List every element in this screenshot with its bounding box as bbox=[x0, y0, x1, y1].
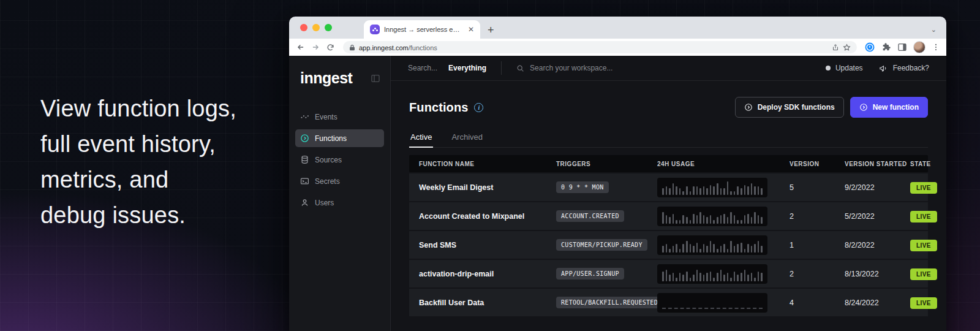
table-header-row: FUNCTION NAMETRIGGERS24H USAGEVERSIONVER… bbox=[409, 155, 928, 172]
functions-tabs: ActiveArchived bbox=[409, 132, 928, 148]
column-header: VERSION bbox=[790, 161, 845, 167]
sidebar-nav: EventsFunctionsSourcesSecretsUsers bbox=[289, 105, 390, 214]
usage-sparkline bbox=[657, 178, 767, 197]
sidebar-item-label: Functions bbox=[315, 134, 347, 143]
version-started-date: 8/2/2022 bbox=[845, 241, 910, 249]
version-value: 1 bbox=[790, 241, 845, 249]
main-area: Search... Everything Search your workspa… bbox=[391, 56, 946, 331]
state-badge: LIVE bbox=[910, 182, 937, 194]
deploy-sdk-functions-button[interactable]: Deploy SDK functions bbox=[735, 97, 844, 118]
tab-archived[interactable]: Archived bbox=[450, 132, 484, 147]
version-value: 2 bbox=[790, 270, 845, 278]
reload-icon[interactable] bbox=[325, 42, 336, 53]
version-value: 4 bbox=[790, 299, 845, 307]
state-badge: LIVE bbox=[910, 268, 937, 280]
deploy-button-label: Deploy SDK functions bbox=[758, 103, 835, 112]
sidebar-item-secrets[interactable]: Secrets bbox=[295, 172, 384, 190]
trigger-badge: ACCOUNT.CREATED bbox=[556, 210, 624, 222]
sidebar-item-label: Sources bbox=[315, 156, 342, 164]
extensions-puzzle-icon[interactable] bbox=[881, 42, 891, 52]
tab-close-icon[interactable]: ✕ bbox=[467, 25, 475, 34]
sources-icon bbox=[300, 155, 309, 164]
new-function-button-label: New function bbox=[873, 103, 919, 112]
secrets-icon bbox=[300, 177, 309, 186]
table-row[interactable]: Weekly Email Digest 0 9 * * MON 5 9/2/20… bbox=[409, 173, 928, 201]
browser-window: Inngest → serverless event-dri ✕ + ⌄ app… bbox=[289, 17, 946, 331]
column-header: 24H USAGE bbox=[657, 161, 790, 167]
search-scope-everything[interactable]: Everything bbox=[448, 64, 486, 72]
sidebar-item-label: Events bbox=[315, 113, 337, 121]
functions-page: Functions i Deploy SDK functions New fun… bbox=[391, 81, 946, 316]
tab-strip-chevron-icon[interactable]: ⌄ bbox=[931, 26, 937, 34]
profile-avatar[interactable] bbox=[913, 41, 925, 53]
version-started-date: 8/24/2022 bbox=[845, 299, 910, 307]
state-badge: LIVE bbox=[910, 297, 937, 309]
feedback-label: Feedback? bbox=[893, 64, 929, 72]
function-name: activation-drip-email bbox=[419, 270, 556, 278]
updates-dot-icon bbox=[826, 66, 831, 70]
updates-label: Updates bbox=[835, 64, 863, 72]
side-panel-icon[interactable] bbox=[897, 42, 907, 52]
version-started-date: 8/13/2022 bbox=[845, 270, 910, 278]
toolbar-extensions bbox=[864, 41, 940, 53]
lock-icon bbox=[349, 44, 355, 51]
new-tab-button[interactable]: + bbox=[488, 25, 494, 36]
table-row[interactable]: activation-drip-email APP/USER.SIGNUP 2 … bbox=[409, 260, 928, 287]
kebab-menu-icon[interactable] bbox=[932, 43, 940, 51]
sidebar-collapse-icon[interactable] bbox=[371, 74, 380, 83]
circle-play-icon bbox=[859, 103, 868, 112]
page-title: Functions bbox=[409, 101, 468, 115]
browser-tab[interactable]: Inngest → serverless event-dri ✕ bbox=[364, 20, 480, 39]
table-row[interactable]: Backfill User Data RETOOL/BACKFILL.REQUE… bbox=[409, 289, 928, 316]
password-manager-icon[interactable] bbox=[864, 42, 875, 53]
maximize-window-button[interactable] bbox=[325, 24, 332, 31]
column-header: STATE bbox=[910, 161, 931, 167]
hero-line: View function logs, bbox=[40, 91, 236, 126]
workspace-search-placeholder: Search your workspace... bbox=[530, 64, 612, 72]
trigger-badge: APP/USER.SIGNUP bbox=[556, 268, 624, 280]
url-bar[interactable]: app.inngest.com/functions bbox=[343, 41, 857, 53]
topbar-divider bbox=[501, 61, 502, 75]
usage-sparkline bbox=[657, 264, 767, 284]
close-window-button[interactable] bbox=[300, 24, 307, 31]
trigger-badge: RETOOL/BACKFILL.REQUESTED bbox=[556, 297, 663, 308]
hero-line: full event history, bbox=[40, 126, 236, 162]
tab-active[interactable]: Active bbox=[409, 132, 433, 147]
sidebar-item-functions[interactable]: Functions bbox=[295, 129, 384, 147]
share-icon[interactable] bbox=[832, 44, 839, 51]
window-controls bbox=[289, 17, 341, 39]
tab-title: Inngest → serverless event-dri bbox=[384, 26, 462, 33]
usage-sparkline bbox=[657, 207, 767, 226]
inngest-logo: inngest bbox=[300, 69, 352, 87]
sidebar-item-sources[interactable]: Sources bbox=[295, 151, 384, 169]
sidebar-item-events[interactable]: Events bbox=[295, 108, 384, 126]
usage-sparkline bbox=[657, 235, 767, 255]
new-function-button[interactable]: New function bbox=[850, 97, 928, 118]
usage-sparkline bbox=[657, 293, 767, 313]
functions-table: FUNCTION NAMETRIGGERS24H USAGEVERSIONVER… bbox=[409, 155, 928, 316]
forward-icon[interactable] bbox=[310, 42, 321, 53]
search-shortcut-label[interactable]: Search... bbox=[408, 64, 437, 72]
version-value: 5 bbox=[790, 183, 845, 192]
workspace-search-input[interactable]: Search your workspace... bbox=[516, 64, 815, 72]
table-row[interactable]: Send SMS CUSTOMER/PICKUP.READY 1 8/2/202… bbox=[409, 231, 928, 259]
trigger-badge: 0 9 * * MON bbox=[556, 181, 609, 193]
table-row[interactable]: Account Created to Mixpanel ACCOUNT.CREA… bbox=[409, 202, 928, 230]
search-icon bbox=[516, 64, 524, 72]
info-icon[interactable]: i bbox=[474, 103, 483, 112]
bookmark-star-icon[interactable] bbox=[843, 44, 851, 51]
functions-icon bbox=[300, 134, 309, 143]
column-header: TRIGGERS bbox=[556, 161, 657, 167]
sidebar-item-users[interactable]: Users bbox=[295, 194, 384, 211]
back-icon[interactable] bbox=[295, 42, 306, 53]
column-header: VERSION STARTED bbox=[845, 161, 910, 167]
inngest-app: inngest EventsFunctionsSourcesSecretsUse… bbox=[289, 56, 946, 331]
function-name: Weekly Email Digest bbox=[419, 183, 556, 192]
function-name: Backfill User Data bbox=[419, 299, 556, 307]
sidebar: inngest EventsFunctionsSourcesSecretsUse… bbox=[289, 56, 391, 331]
function-name: Account Created to Mixpanel bbox=[419, 212, 556, 221]
feedback-button[interactable]: Feedback? bbox=[879, 64, 929, 73]
updates-button[interactable]: Updates bbox=[826, 64, 863, 72]
state-badge: LIVE bbox=[910, 240, 937, 251]
minimize-window-button[interactable] bbox=[312, 24, 320, 31]
